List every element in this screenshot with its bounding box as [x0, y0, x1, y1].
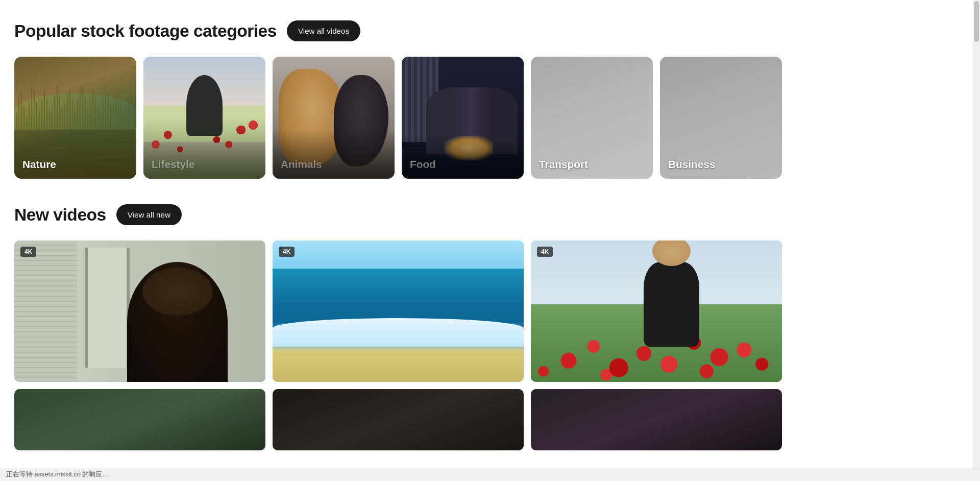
category-card-animals[interactable]: Animals [273, 57, 395, 179]
new-videos-section-header: New videos View all new [14, 204, 782, 225]
view-all-videos-button[interactable]: View all videos [287, 20, 360, 41]
category-label-food: Food [410, 158, 436, 171]
lifestyle-person-decoration [186, 75, 223, 136]
view-all-new-button[interactable]: View all new [116, 204, 182, 225]
animals-dog2-decoration [334, 75, 389, 166]
category-card-nature[interactable]: Nature [14, 57, 136, 179]
category-label-animals: Animals [281, 158, 322, 171]
vid3-woman-decoration [644, 262, 699, 347]
main-content: Popular stock footage categories View al… [0, 0, 796, 461]
category-card-business[interactable]: Business [660, 57, 782, 179]
scrollbar-track[interactable] [973, 0, 980, 461]
categories-title: Popular stock footage categories [14, 21, 277, 41]
category-card-lifestyle[interactable]: Lifestyle [143, 57, 265, 179]
new-videos-section: New videos View all new 4K 4K [14, 204, 782, 450]
vid1-person-decoration [127, 262, 228, 382]
video-card-partial-1[interactable] [14, 389, 265, 450]
food-light-decoration [445, 136, 494, 160]
vid1-shutters-decoration [14, 240, 77, 382]
new-videos-title: New videos [14, 205, 106, 225]
category-label-lifestyle: Lifestyle [152, 158, 194, 171]
vid2-sand-decoration [273, 351, 524, 382]
video-card-2[interactable]: 4K [273, 240, 524, 382]
video-badge-4k-1: 4K [20, 247, 36, 257]
video-badge-4k-2: 4K [279, 247, 295, 257]
food-people-decoration [426, 87, 518, 154]
category-card-transport[interactable]: Transport [531, 57, 653, 179]
new-videos-bottom-grid [14, 389, 782, 450]
vid2-sky-decoration [273, 240, 524, 269]
video-card-1[interactable]: 4K [14, 240, 265, 382]
vid1-window-decoration [85, 248, 130, 368]
video-card-partial-2[interactable] [273, 389, 524, 450]
vid2-waves-decoration [273, 318, 524, 346]
video-card-partial-3[interactable] [531, 389, 782, 450]
category-label-transport: Transport [539, 158, 588, 171]
categories-grid: Nature Lifestyle Animals Food Trans [14, 57, 782, 179]
new-videos-grid: 4K 4K 4K [14, 240, 782, 382]
category-label-nature: Nature [22, 158, 56, 171]
categories-section-header: Popular stock footage categories View al… [14, 20, 782, 41]
category-label-business: Business [668, 158, 715, 171]
video-card-3[interactable]: 4K [531, 240, 782, 382]
video-badge-4k-3: 4K [537, 247, 553, 257]
scrollbar-thumb[interactable] [974, 1, 979, 42]
category-card-food[interactable]: Food [402, 57, 524, 179]
